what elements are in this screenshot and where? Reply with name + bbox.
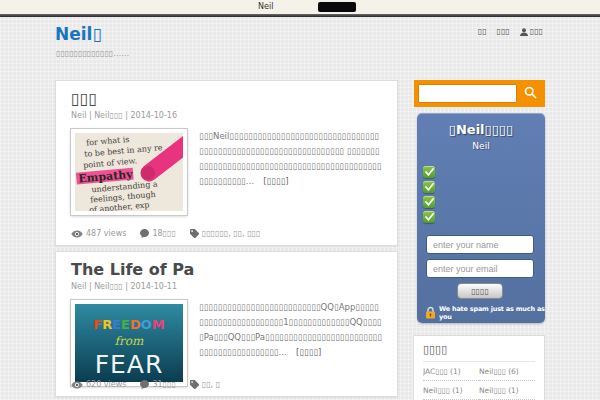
post-2-excerpt: ▯▯▯▯▯▯▯▯▯▯▯▯▯▯▯▯▯▯▯▯▯▯▯▯▯▯QQ▯App▯▯▯▯▯▯▯▯…: [199, 300, 382, 386]
fear-word: FEAR: [95, 350, 164, 379]
subscribe-submit-button[interactable]: ▯▯▯▯: [457, 283, 503, 299]
post-1-title-link[interactable]: ▯▯▯: [71, 89, 382, 109]
browser-tab-title: Neil: [258, 2, 273, 11]
post-card-2: The Life of Pa Neil | Neil▯▯▯ | 2014-10-…: [55, 251, 398, 397]
site-tagline: ▯▯▯▯▯▯▯▯▯▯▯▯▯……: [56, 49, 129, 58]
views-group: 487 views: [71, 229, 126, 238]
post-2-thumbnail-freedom-from-fear-image[interactable]: FREEDOM from FEAR: [71, 300, 187, 386]
search-widget: [414, 80, 545, 107]
nav-item-login[interactable]: ▯▯▯: [520, 27, 543, 36]
search-input[interactable]: [418, 84, 517, 103]
subscribe-subtitle: Neil: [417, 141, 545, 151]
post-card-1: ▯▯▯ Neil | Neil▯▯▯ | 2014-10-16 for what…: [55, 80, 398, 246]
post-2-views: 620 views: [86, 380, 126, 389]
check-icon: [423, 211, 435, 223]
post-1-tags-links[interactable]: ▯▯▯▯▯▯, ▯▯, ▯▯▯: [202, 229, 261, 238]
tag-icon: [190, 229, 199, 238]
check-icon: [423, 166, 435, 178]
check-icon: [423, 196, 435, 208]
spam-note: We hate spam just as much as you: [425, 305, 545, 321]
comments-group: 31▯▯▯: [140, 380, 175, 389]
search-button[interactable]: [517, 80, 543, 107]
category-link[interactable]: Neil▯▯▯ (1): [423, 381, 479, 400]
top-nav: ▯▯ ▯▯▯ ▯▯▯: [478, 27, 543, 36]
search-icon: [524, 86, 537, 102]
nav-item-home[interactable]: ▯▯: [478, 27, 487, 36]
post-1-thumbnail-empathy-image[interactable]: for what is to be best in any re point o…: [71, 129, 187, 215]
header-divider: [0, 71, 600, 72]
nav-item-about[interactable]: ▯▯▯: [497, 27, 510, 36]
tags-group: ▯▯▯▯▯▯, ▯▯, ▯▯▯: [190, 229, 261, 238]
categories-title: ▯▯▯▯: [423, 343, 535, 362]
tag-icon: [190, 380, 199, 389]
post-1-excerpt-text: ▯▯▯Neil▯▯▯▯▯▯▯▯▯▯▯▯▯▯▯▯▯▯▯▯▯▯▯▯▯▯▯▯▯▯▯▯▯…: [199, 131, 381, 186]
page-background: Neil▯ ▯▯▯▯▯▯▯▯▯▯▯▯▯…… ▯▯ ▯▯▯ ▯▯▯ ▯▯▯ Nei…: [0, 17, 600, 400]
categories-list: JAC▯▯▯ (1) Neil▯▯▯ (6) Neil▯▯▯ (1) Neil▯…: [423, 362, 535, 400]
post-2-excerpt-text: ▯▯▯▯▯▯▯▯▯▯▯▯▯▯▯▯▯▯▯▯▯▯▯▯▯▯QQ▯App▯▯▯▯▯▯▯▯…: [199, 302, 382, 357]
post-1-read-more-link[interactable]: [▯▯▯▯]: [263, 174, 288, 189]
comment-icon: [140, 229, 149, 238]
subscribe-name-input[interactable]: [426, 235, 534, 254]
user-icon: [520, 28, 528, 36]
tags-group: ▯▯, ▯: [190, 380, 220, 389]
lock-icon: [425, 306, 436, 321]
category-link[interactable]: Neil▯▯▯ (1): [479, 381, 535, 400]
post-1-footer: 487 views 18▯▯▯ ▯▯▯▯▯▯, ▯▯, ▯▯▯: [71, 229, 269, 238]
eye-icon: [71, 230, 83, 238]
post-2-footer: 620 views 31▯▯▯ ▯▯, ▯: [71, 380, 229, 389]
eye-icon: [71, 381, 83, 389]
post-2-tags-links[interactable]: ▯▯, ▯: [202, 380, 220, 389]
spam-note-text: We hate spam just as much as you: [439, 305, 545, 321]
category-link[interactable]: JAC▯▯▯ (1): [423, 362, 479, 381]
nav-item-login-label: ▯▯▯: [530, 27, 543, 36]
subscribe-email-input[interactable]: [426, 259, 534, 278]
comments-group: 18▯▯▯: [140, 229, 175, 238]
browser-bar: Neil: [0, 0, 600, 14]
post-1-comments-link[interactable]: 18▯▯▯: [152, 229, 175, 238]
from-word: from: [115, 334, 144, 348]
post-1-excerpt: ▯▯▯Neil▯▯▯▯▯▯▯▯▯▯▯▯▯▯▯▯▯▯▯▯▯▯▯▯▯▯▯▯▯▯▯▯▯…: [199, 129, 382, 215]
subscribe-title: ▯Neil▯▯▯▯: [417, 122, 545, 137]
post-1-meta: Neil | Neil▯▯▯ | 2014-10-16: [71, 111, 382, 120]
subscribe-widget: ▯Neil▯▯▯▯ Neil ▯▯▯▯ We hate spam just as…: [417, 113, 545, 323]
post-1-views: 487 views: [86, 229, 126, 238]
check-icon: [423, 181, 435, 193]
category-link[interactable]: Neil▯▯▯ (6): [479, 362, 535, 381]
post-2-meta: Neil | Neil▯▯▯ | 2014-10-11: [71, 282, 382, 291]
subscribe-benefits: [423, 166, 435, 223]
redaction-block: [318, 2, 356, 12]
post-2-comments-link[interactable]: 31▯▯▯: [152, 380, 175, 389]
marker-tip: [141, 166, 155, 180]
post-2-read-more-link[interactable]: [▯▯▯▯]: [296, 345, 321, 360]
views-group: 620 views: [71, 380, 126, 389]
post-2-body: FREEDOM from FEAR ▯▯▯▯▯▯▯▯▯▯▯▯▯▯▯▯▯▯▯▯▯▯…: [71, 300, 382, 386]
freedom-word: FREEDOM: [93, 317, 164, 332]
post-1-body: for what is to be best in any re point o…: [71, 129, 382, 215]
site-title-link[interactable]: Neil▯: [55, 24, 102, 44]
comment-icon: [140, 380, 149, 389]
categories-widget: ▯▯▯▯ JAC▯▯▯ (1) Neil▯▯▯ (6) Neil▯▯▯ (1) …: [413, 335, 545, 400]
post-2-title-link[interactable]: The Life of Pa: [71, 260, 382, 280]
